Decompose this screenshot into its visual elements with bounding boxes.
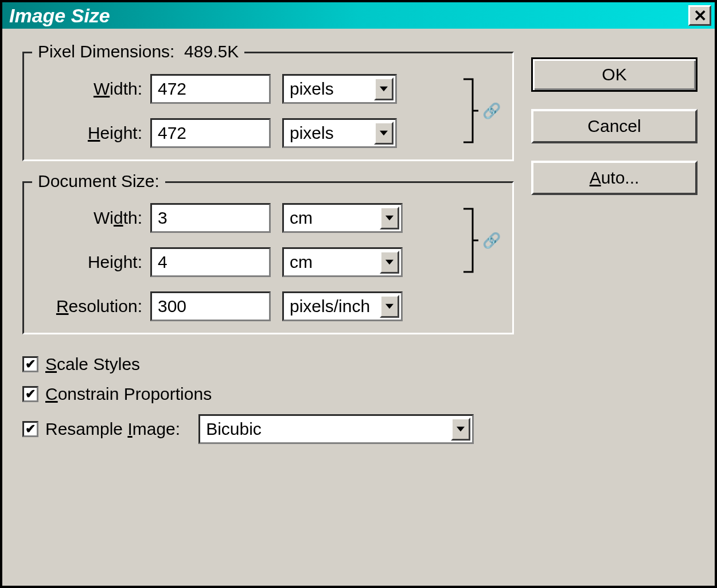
resolution-unit-select[interactable]: pixels/inch bbox=[282, 291, 403, 321]
chevron-down-icon bbox=[374, 77, 393, 100]
doc-width-input[interactable] bbox=[150, 203, 271, 233]
chain-link-icon: 🔗 bbox=[482, 102, 501, 120]
cancel-button[interactable]: Cancel bbox=[531, 109, 697, 143]
doc-width-row: Width: cm bbox=[36, 203, 458, 233]
chevron-down-icon bbox=[380, 251, 399, 274]
resample-method-value: Bicubic bbox=[206, 419, 262, 439]
close-button[interactable]: ✕ bbox=[688, 5, 711, 26]
options-area: ✔ Scale Styles ✔ Constrain Proportions ✔… bbox=[22, 355, 514, 454]
titlebar: Image Size ✕ bbox=[2, 2, 715, 29]
left-column: Pixel Dimensions: 489.5K Width: pixels bbox=[22, 52, 514, 571]
chevron-down-icon bbox=[451, 418, 470, 441]
scale-styles-label: Scale Styles bbox=[45, 355, 140, 374]
pixel-height-row: Height: pixels bbox=[36, 118, 458, 148]
pixel-width-label: Width: bbox=[36, 79, 150, 99]
pixel-height-input[interactable] bbox=[150, 118, 271, 148]
chevron-down-icon bbox=[380, 207, 399, 229]
resample-image-checkbox[interactable]: ✔ bbox=[22, 421, 38, 437]
close-icon: ✕ bbox=[693, 6, 707, 25]
svg-marker-3 bbox=[385, 260, 393, 264]
pixel-height-unit-value: pixels bbox=[290, 123, 334, 143]
doc-width-unit-select[interactable]: cm bbox=[282, 203, 403, 233]
svg-marker-4 bbox=[385, 304, 393, 309]
constrain-link: 🔗 bbox=[482, 102, 501, 120]
constrain-link: 🔗 bbox=[482, 203, 501, 278]
svg-marker-0 bbox=[380, 86, 388, 91]
document-size-group: Document Size: Width: cm Height: bbox=[22, 181, 514, 334]
pixel-width-input[interactable] bbox=[150, 74, 271, 104]
pixel-dimensions-label: Pixel Dimensions: bbox=[38, 42, 174, 61]
resolution-label: Resolution: bbox=[36, 297, 150, 316]
constrain-proportions-label: Constrain Proportions bbox=[45, 384, 212, 404]
document-size-legend: Document Size: bbox=[32, 172, 165, 191]
pixel-height-label: Height: bbox=[36, 123, 150, 143]
chevron-down-icon bbox=[380, 295, 399, 318]
doc-height-input[interactable] bbox=[150, 247, 271, 277]
chain-link-icon: 🔗 bbox=[482, 232, 501, 250]
image-size-dialog: Image Size ✕ Pixel Dimensions: 489.5K Wi… bbox=[0, 0, 717, 588]
dialog-content: Pixel Dimensions: 489.5K Width: pixels bbox=[2, 29, 715, 586]
pixel-width-row: Width: pixels bbox=[36, 74, 458, 104]
doc-height-row: Height: cm bbox=[36, 247, 458, 277]
svg-marker-2 bbox=[385, 216, 393, 220]
scale-styles-row[interactable]: ✔ Scale Styles bbox=[22, 355, 514, 374]
link-bracket bbox=[462, 203, 480, 278]
pixel-dimensions-filesize: 489.5K bbox=[184, 42, 239, 61]
doc-height-label: Height: bbox=[36, 252, 150, 272]
constrain-proportions-checkbox[interactable]: ✔ bbox=[22, 386, 38, 402]
pixel-width-unit-value: pixels bbox=[290, 79, 334, 99]
pixel-dimensions-group: Pixel Dimensions: 489.5K Width: pixels bbox=[22, 52, 514, 161]
constrain-proportions-row[interactable]: ✔ Constrain Proportions bbox=[22, 384, 514, 404]
window-title: Image Size bbox=[9, 5, 110, 27]
svg-marker-1 bbox=[380, 130, 388, 135]
pixel-dimensions-legend: Pixel Dimensions: 489.5K bbox=[32, 42, 244, 61]
resolution-row: Resolution: pixels/inch bbox=[36, 291, 458, 321]
scale-styles-checkbox[interactable]: ✔ bbox=[22, 356, 38, 372]
doc-height-unit-select[interactable]: cm bbox=[282, 247, 403, 277]
resample-image-row[interactable]: ✔ Resample Image: Bicubic bbox=[22, 414, 514, 444]
button-column: OK Cancel Auto... bbox=[531, 52, 697, 571]
doc-width-label: Width: bbox=[36, 208, 150, 228]
doc-width-unit-value: cm bbox=[290, 208, 313, 228]
resolution-input[interactable] bbox=[150, 291, 271, 321]
svg-marker-5 bbox=[457, 427, 465, 431]
link-bracket bbox=[462, 73, 480, 148]
auto-button[interactable]: Auto... bbox=[531, 161, 697, 195]
resample-method-select[interactable]: Bicubic bbox=[198, 414, 474, 444]
chevron-down-icon bbox=[374, 122, 393, 145]
resample-image-label: Resample Image: bbox=[45, 419, 180, 439]
doc-height-unit-value: cm bbox=[290, 252, 313, 272]
pixel-height-unit-select[interactable]: pixels bbox=[282, 118, 397, 148]
resolution-unit-value: pixels/inch bbox=[290, 297, 370, 316]
pixel-width-unit-select[interactable]: pixels bbox=[282, 74, 397, 104]
ok-button[interactable]: OK bbox=[531, 57, 697, 92]
